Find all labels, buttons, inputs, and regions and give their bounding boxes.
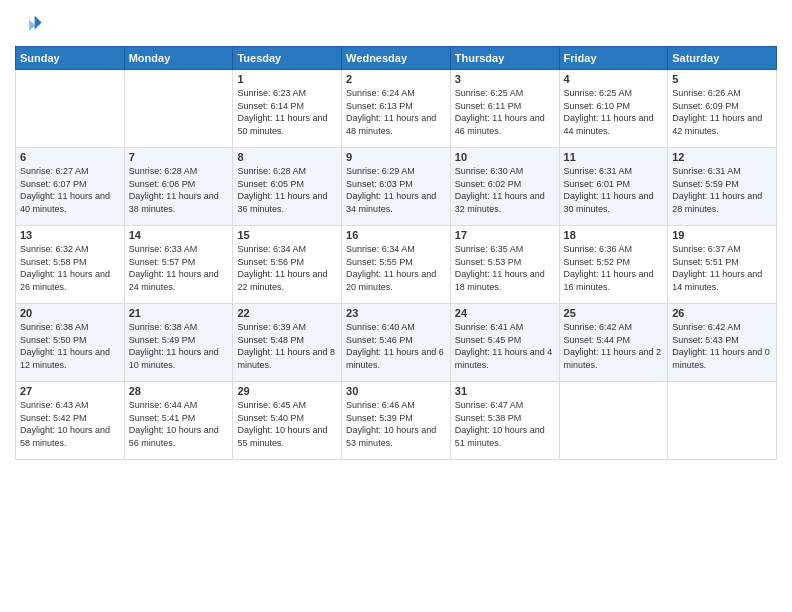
calendar-cell <box>559 382 668 460</box>
calendar-cell: 17Sunrise: 6:35 AMSunset: 5:53 PMDayligh… <box>450 226 559 304</box>
day-number: 21 <box>129 307 229 319</box>
calendar-cell: 9Sunrise: 6:29 AMSunset: 6:03 PMDaylight… <box>342 148 451 226</box>
day-info: Sunrise: 6:42 AMSunset: 5:44 PMDaylight:… <box>564 321 664 371</box>
day-number: 27 <box>20 385 120 397</box>
day-number: 1 <box>237 73 337 85</box>
day-number: 22 <box>237 307 337 319</box>
header <box>15 10 777 38</box>
day-number: 14 <box>129 229 229 241</box>
day-info: Sunrise: 6:24 AMSunset: 6:13 PMDaylight:… <box>346 87 446 137</box>
day-info: Sunrise: 6:31 AMSunset: 6:01 PMDaylight:… <box>564 165 664 215</box>
calendar-cell: 14Sunrise: 6:33 AMSunset: 5:57 PMDayligh… <box>124 226 233 304</box>
day-number: 31 <box>455 385 555 397</box>
calendar-cell: 3Sunrise: 6:25 AMSunset: 6:11 PMDaylight… <box>450 70 559 148</box>
calendar-cell: 28Sunrise: 6:44 AMSunset: 5:41 PMDayligh… <box>124 382 233 460</box>
day-info: Sunrise: 6:44 AMSunset: 5:41 PMDaylight:… <box>129 399 229 449</box>
calendar-cell: 26Sunrise: 6:42 AMSunset: 5:43 PMDayligh… <box>668 304 777 382</box>
logo <box>15 10 45 38</box>
calendar-cell: 4Sunrise: 6:25 AMSunset: 6:10 PMDaylight… <box>559 70 668 148</box>
day-number: 10 <box>455 151 555 163</box>
calendar-cell: 30Sunrise: 6:46 AMSunset: 5:39 PMDayligh… <box>342 382 451 460</box>
logo-icon <box>15 10 43 38</box>
calendar-cell: 20Sunrise: 6:38 AMSunset: 5:50 PMDayligh… <box>16 304 125 382</box>
day-number: 16 <box>346 229 446 241</box>
day-number: 18 <box>564 229 664 241</box>
calendar-cell: 22Sunrise: 6:39 AMSunset: 5:48 PMDayligh… <box>233 304 342 382</box>
calendar-header-row: SundayMondayTuesdayWednesdayThursdayFrid… <box>16 47 777 70</box>
calendar-cell: 7Sunrise: 6:28 AMSunset: 6:06 PMDaylight… <box>124 148 233 226</box>
day-info: Sunrise: 6:40 AMSunset: 5:46 PMDaylight:… <box>346 321 446 371</box>
day-number: 20 <box>20 307 120 319</box>
day-number: 19 <box>672 229 772 241</box>
day-info: Sunrise: 6:27 AMSunset: 6:07 PMDaylight:… <box>20 165 120 215</box>
calendar-cell: 23Sunrise: 6:40 AMSunset: 5:46 PMDayligh… <box>342 304 451 382</box>
day-number: 6 <box>20 151 120 163</box>
day-number: 17 <box>455 229 555 241</box>
calendar-cell: 2Sunrise: 6:24 AMSunset: 6:13 PMDaylight… <box>342 70 451 148</box>
day-info: Sunrise: 6:30 AMSunset: 6:02 PMDaylight:… <box>455 165 555 215</box>
day-info: Sunrise: 6:31 AMSunset: 5:59 PMDaylight:… <box>672 165 772 215</box>
day-info: Sunrise: 6:37 AMSunset: 5:51 PMDaylight:… <box>672 243 772 293</box>
day-info: Sunrise: 6:25 AMSunset: 6:10 PMDaylight:… <box>564 87 664 137</box>
day-info: Sunrise: 6:45 AMSunset: 5:40 PMDaylight:… <box>237 399 337 449</box>
calendar-cell: 6Sunrise: 6:27 AMSunset: 6:07 PMDaylight… <box>16 148 125 226</box>
calendar-table: SundayMondayTuesdayWednesdayThursdayFrid… <box>15 46 777 460</box>
day-number: 9 <box>346 151 446 163</box>
calendar-cell: 21Sunrise: 6:38 AMSunset: 5:49 PMDayligh… <box>124 304 233 382</box>
day-info: Sunrise: 6:23 AMSunset: 6:14 PMDaylight:… <box>237 87 337 137</box>
day-number: 4 <box>564 73 664 85</box>
calendar-cell: 25Sunrise: 6:42 AMSunset: 5:44 PMDayligh… <box>559 304 668 382</box>
day-info: Sunrise: 6:46 AMSunset: 5:39 PMDaylight:… <box>346 399 446 449</box>
day-number: 3 <box>455 73 555 85</box>
day-info: Sunrise: 6:32 AMSunset: 5:58 PMDaylight:… <box>20 243 120 293</box>
day-info: Sunrise: 6:38 AMSunset: 5:49 PMDaylight:… <box>129 321 229 371</box>
day-info: Sunrise: 6:47 AMSunset: 5:38 PMDaylight:… <box>455 399 555 449</box>
day-number: 15 <box>237 229 337 241</box>
day-info: Sunrise: 6:29 AMSunset: 6:03 PMDaylight:… <box>346 165 446 215</box>
calendar-cell <box>668 382 777 460</box>
calendar-cell: 24Sunrise: 6:41 AMSunset: 5:45 PMDayligh… <box>450 304 559 382</box>
weekday-header: Saturday <box>668 47 777 70</box>
page: SundayMondayTuesdayWednesdayThursdayFrid… <box>0 0 792 612</box>
day-number: 25 <box>564 307 664 319</box>
day-info: Sunrise: 6:43 AMSunset: 5:42 PMDaylight:… <box>20 399 120 449</box>
calendar-cell: 11Sunrise: 6:31 AMSunset: 6:01 PMDayligh… <box>559 148 668 226</box>
calendar-cell: 10Sunrise: 6:30 AMSunset: 6:02 PMDayligh… <box>450 148 559 226</box>
day-info: Sunrise: 6:28 AMSunset: 6:05 PMDaylight:… <box>237 165 337 215</box>
calendar-cell: 19Sunrise: 6:37 AMSunset: 5:51 PMDayligh… <box>668 226 777 304</box>
day-number: 7 <box>129 151 229 163</box>
day-info: Sunrise: 6:39 AMSunset: 5:48 PMDaylight:… <box>237 321 337 371</box>
day-info: Sunrise: 6:34 AMSunset: 5:56 PMDaylight:… <box>237 243 337 293</box>
day-info: Sunrise: 6:42 AMSunset: 5:43 PMDaylight:… <box>672 321 772 371</box>
day-number: 28 <box>129 385 229 397</box>
day-info: Sunrise: 6:25 AMSunset: 6:11 PMDaylight:… <box>455 87 555 137</box>
weekday-header: Monday <box>124 47 233 70</box>
svg-marker-0 <box>35 16 42 30</box>
calendar-cell: 13Sunrise: 6:32 AMSunset: 5:58 PMDayligh… <box>16 226 125 304</box>
day-info: Sunrise: 6:41 AMSunset: 5:45 PMDaylight:… <box>455 321 555 371</box>
day-info: Sunrise: 6:33 AMSunset: 5:57 PMDaylight:… <box>129 243 229 293</box>
calendar-cell: 16Sunrise: 6:34 AMSunset: 5:55 PMDayligh… <box>342 226 451 304</box>
calendar-cell: 27Sunrise: 6:43 AMSunset: 5:42 PMDayligh… <box>16 382 125 460</box>
day-number: 30 <box>346 385 446 397</box>
day-number: 8 <box>237 151 337 163</box>
day-number: 29 <box>237 385 337 397</box>
calendar-cell: 18Sunrise: 6:36 AMSunset: 5:52 PMDayligh… <box>559 226 668 304</box>
calendar-cell: 1Sunrise: 6:23 AMSunset: 6:14 PMDaylight… <box>233 70 342 148</box>
weekday-header: Wednesday <box>342 47 451 70</box>
day-info: Sunrise: 6:36 AMSunset: 5:52 PMDaylight:… <box>564 243 664 293</box>
day-number: 23 <box>346 307 446 319</box>
calendar-cell: 12Sunrise: 6:31 AMSunset: 5:59 PMDayligh… <box>668 148 777 226</box>
calendar-cell: 5Sunrise: 6:26 AMSunset: 6:09 PMDaylight… <box>668 70 777 148</box>
day-info: Sunrise: 6:34 AMSunset: 5:55 PMDaylight:… <box>346 243 446 293</box>
weekday-header: Tuesday <box>233 47 342 70</box>
calendar-cell: 31Sunrise: 6:47 AMSunset: 5:38 PMDayligh… <box>450 382 559 460</box>
day-number: 11 <box>564 151 664 163</box>
weekday-header: Thursday <box>450 47 559 70</box>
day-number: 2 <box>346 73 446 85</box>
calendar-week-row: 27Sunrise: 6:43 AMSunset: 5:42 PMDayligh… <box>16 382 777 460</box>
calendar-cell <box>16 70 125 148</box>
calendar-cell: 29Sunrise: 6:45 AMSunset: 5:40 PMDayligh… <box>233 382 342 460</box>
calendar-week-row: 13Sunrise: 6:32 AMSunset: 5:58 PMDayligh… <box>16 226 777 304</box>
calendar-week-row: 6Sunrise: 6:27 AMSunset: 6:07 PMDaylight… <box>16 148 777 226</box>
